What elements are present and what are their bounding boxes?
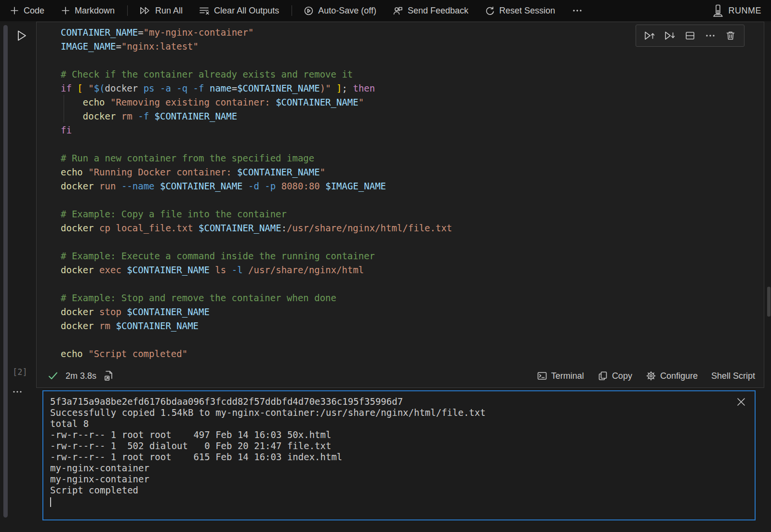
copy-button[interactable]: Copy bbox=[598, 371, 632, 381]
configure-label: Configure bbox=[660, 371, 698, 381]
reset-session-button[interactable]: Reset Session bbox=[485, 6, 555, 16]
close-output-button[interactable] bbox=[735, 396, 747, 408]
send-feedback-button[interactable]: Send Feedback bbox=[393, 6, 468, 16]
cell-status-right: Terminal Copy Configure Shell Script bbox=[537, 371, 755, 381]
output-content: 5f3a715a9a8be2efd6176bdaa096f3fcdd82f57d… bbox=[50, 396, 748, 496]
output-line: Script completed bbox=[50, 485, 748, 496]
execute-above-icon bbox=[643, 30, 656, 41]
code-line: echo "Script completed" bbox=[61, 347, 764, 361]
indent-guide bbox=[64, 95, 64, 122]
code-line: docker cp local_file.txt $CONTAINER_NAME… bbox=[61, 221, 764, 235]
code-line bbox=[61, 277, 764, 291]
runme-brand: RUNME bbox=[712, 4, 762, 17]
copy-label: Copy bbox=[612, 371, 632, 381]
run-cell-button[interactable] bbox=[14, 29, 28, 42]
runme-logo-icon bbox=[712, 4, 724, 17]
cell-status-bar: 2m 3.8s Terminal Copy Configure Shell Sc… bbox=[37, 364, 764, 387]
code-line: fi bbox=[61, 123, 764, 137]
plus-icon bbox=[10, 6, 19, 15]
code-line: # Example: Stop and remove the container… bbox=[61, 291, 764, 305]
code-content: CONTAINER_NAME="my-nginx-container"IMAGE… bbox=[61, 26, 764, 361]
play-icon bbox=[14, 29, 28, 42]
toolbar-more-button[interactable] bbox=[572, 6, 583, 15]
add-code-label: Code bbox=[24, 6, 44, 16]
code-line bbox=[61, 193, 764, 207]
reset-session-label: Reset Session bbox=[499, 6, 555, 16]
split-cell-icon bbox=[685, 30, 695, 41]
add-markdown-button[interactable]: Markdown bbox=[61, 6, 115, 16]
feedback-icon bbox=[393, 6, 403, 16]
code-line: docker rm -f $CONTAINER_NAME bbox=[61, 109, 764, 123]
output-line: 5f3a715a9a8be2efd6176bdaa096f3fcdd82f57d… bbox=[50, 396, 748, 407]
ellipsis-icon bbox=[12, 388, 24, 395]
cell-status-left: 2m 3.8s bbox=[47, 370, 114, 382]
add-markdown-label: Markdown bbox=[75, 6, 115, 16]
runme-brand-label: RUNME bbox=[729, 6, 762, 16]
code-line bbox=[61, 235, 764, 249]
code-line: # Example: Copy a file into the containe… bbox=[61, 207, 764, 221]
terminal-button[interactable]: Terminal bbox=[537, 371, 584, 381]
ellipsis-icon bbox=[572, 6, 583, 15]
output-line: my-nginx-container bbox=[50, 474, 748, 485]
output-line: my-nginx-container bbox=[50, 463, 748, 474]
execute-below-button[interactable] bbox=[662, 27, 678, 44]
code-cell[interactable]: CONTAINER_NAME="my-nginx-container"IMAGE… bbox=[36, 22, 764, 388]
editor-scrollbar-thumb[interactable] bbox=[767, 287, 771, 317]
code-line: echo "Removing existing container: $CONT… bbox=[61, 95, 764, 109]
send-feedback-label: Send Feedback bbox=[408, 6, 468, 16]
split-cell-button[interactable] bbox=[682, 27, 698, 44]
clear-all-outputs-button[interactable]: Clear All Outputs bbox=[199, 6, 279, 16]
run-all-label: Run All bbox=[155, 6, 183, 16]
open-session-output-icon[interactable] bbox=[103, 370, 114, 382]
toolbar-divider bbox=[292, 5, 292, 16]
output-line: -rw-r--r-- 1 502 dialout 0 Feb 20 21:47 … bbox=[50, 440, 748, 452]
run-all-icon bbox=[139, 6, 151, 15]
configure-button[interactable]: Configure bbox=[646, 371, 698, 381]
code-line bbox=[61, 137, 764, 151]
output-more-actions-button[interactable] bbox=[12, 388, 24, 395]
output-line: -rw-r--r-- 1 root root 497 Feb 14 16:03 … bbox=[50, 429, 748, 440]
code-line: # Check if the container already exists … bbox=[61, 67, 764, 81]
auto-save-toggle[interactable]: Auto-Save (off) bbox=[304, 6, 376, 16]
plus-icon bbox=[61, 6, 70, 15]
add-code-button[interactable]: Code bbox=[10, 6, 44, 16]
clear-all-outputs-label: Clear All Outputs bbox=[214, 6, 279, 16]
code-line: docker run --name $CONTAINER_NAME -d -p … bbox=[61, 179, 764, 193]
execute-below-icon bbox=[664, 30, 676, 41]
terminal-icon bbox=[537, 371, 547, 381]
delete-cell-button[interactable] bbox=[723, 27, 738, 44]
execute-above-button[interactable] bbox=[642, 27, 657, 44]
code-line: docker stop $CONTAINER_NAME bbox=[61, 305, 764, 319]
code-editor[interactable]: CONTAINER_NAME="my-nginx-container"IMAGE… bbox=[37, 22, 764, 364]
output-line: total 8 bbox=[50, 418, 748, 429]
code-line: docker exec $CONTAINER_NAME ls -l /usr/s… bbox=[61, 263, 764, 277]
language-picker[interactable]: Shell Script bbox=[711, 371, 755, 381]
copy-icon bbox=[598, 371, 608, 381]
reset-icon bbox=[485, 6, 495, 16]
output-line: Successfully copied 1.54kB to my-nginx-c… bbox=[50, 407, 748, 418]
trash-icon bbox=[725, 30, 736, 41]
code-line: docker rm $CONTAINER_NAME bbox=[61, 319, 764, 333]
terminal-cursor bbox=[50, 497, 51, 507]
cell-hover-toolbar bbox=[636, 25, 744, 47]
auto-save-label: Auto-Save (off) bbox=[318, 6, 376, 16]
notebook-window: Code Markdown Run All Clear All Outputs … bbox=[0, 0, 771, 532]
focused-cell-indicator[interactable] bbox=[3, 25, 8, 518]
code-line bbox=[61, 53, 764, 67]
terminal-label: Terminal bbox=[551, 371, 584, 381]
clear-outputs-icon bbox=[199, 6, 210, 15]
close-icon bbox=[735, 396, 747, 408]
gear-icon bbox=[646, 371, 656, 381]
code-line: # Run a new container from the specified… bbox=[61, 151, 764, 165]
code-line: echo "Running Docker container: $CONTAIN… bbox=[61, 165, 764, 179]
success-check-icon bbox=[47, 370, 59, 382]
ellipsis-icon bbox=[705, 30, 716, 41]
cell-more-actions-button[interactable] bbox=[703, 27, 718, 44]
cell-output-panel[interactable]: 5f3a715a9a8be2efd6176bdaa096f3fcdd82f57d… bbox=[42, 390, 756, 520]
toolbar-divider bbox=[127, 5, 128, 16]
run-all-button[interactable]: Run All bbox=[139, 6, 183, 16]
code-line bbox=[61, 333, 764, 347]
execution-count: [2] bbox=[13, 367, 27, 377]
output-line: -rw-r--r-- 1 root root 615 Feb 14 16:03 … bbox=[50, 452, 748, 463]
code-line: if [ "$(docker ps -a -q -f name=$CONTAIN… bbox=[61, 81, 764, 95]
